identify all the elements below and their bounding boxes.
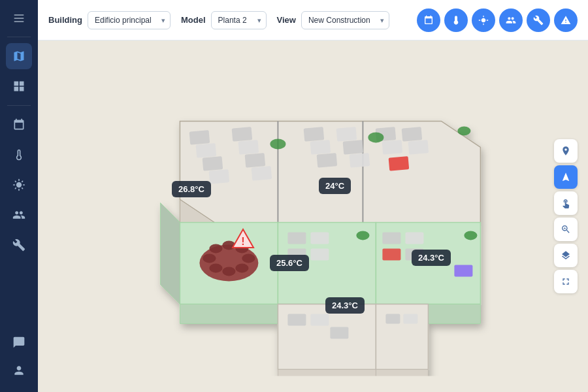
svg-rect-65 [403,314,417,323]
model-field: Model Planta 2 [181,11,267,29]
svg-rect-0 [14,14,24,16]
svg-rect-64 [385,314,400,323]
svg-rect-56 [405,232,423,244]
toolbar-calendar-button[interactable] [417,8,440,32]
sidebar-item-user[interactable] [6,357,32,384]
warning-marker: ! [231,227,255,250]
svg-rect-51 [310,232,329,244]
location-button[interactable] [554,139,578,163]
svg-point-43 [209,244,222,253]
building-select[interactable]: Edificio principal [88,11,171,29]
svg-rect-53 [310,248,329,260]
svg-rect-34 [382,140,403,155]
toolbar-alert-button[interactable] [554,8,578,32]
svg-rect-27 [304,127,325,142]
svg-marker-16 [278,369,376,376]
sidebar-bottom [6,327,32,385]
right-panel [554,139,578,293]
model-select[interactable]: Planta 2 [211,11,267,29]
svg-point-40 [457,126,470,135]
svg-rect-21 [203,156,223,171]
svg-point-46 [242,253,255,263]
floor-area[interactable]: 26.8°C 24°C 25.6°C 24.3°C 24.3°C ! [38,41,588,392]
zoom-in-button[interactable] [554,218,578,241]
toolbar-brightness-button[interactable] [472,8,495,32]
svg-rect-23 [232,127,253,142]
svg-rect-37 [408,140,429,155]
sidebar-item-layout[interactable] [6,73,32,99]
sidebar-item-calendar[interactable] [6,112,32,138]
svg-marker-9 [180,304,278,323]
sidebar-item-wrench[interactable] [6,232,32,258]
svg-rect-50 [287,232,306,244]
layers-button[interactable] [554,244,578,267]
svg-point-38 [270,139,286,149]
fullscreen-button[interactable] [554,270,578,293]
building-label: Building [48,15,82,25]
sidebar-divider-2 [7,105,31,106]
svg-rect-32 [350,153,370,168]
svg-rect-55 [382,232,400,244]
svg-rect-22 [209,169,230,184]
sidebar-item-brightness[interactable] [6,172,32,198]
svg-rect-28 [310,140,331,155]
sidebar-item-chat[interactable] [6,329,32,355]
building-field: Building Edificio principal [48,11,171,29]
svg-rect-61 [287,314,306,325]
svg-rect-25 [245,153,266,168]
building-select-wrapper[interactable]: Edificio principal [88,11,171,29]
toolbar-temperature-button[interactable] [444,8,468,32]
toolbar-people-button[interactable] [499,8,523,32]
svg-rect-36 [402,127,423,142]
svg-rect-29 [317,153,338,168]
svg-rect-59 [454,265,472,276]
svg-marker-18 [376,369,428,376]
toolbar-icon-group [417,8,578,32]
svg-rect-24 [238,140,259,155]
toolbar: Building Edificio principal Model Planta… [38,0,588,41]
svg-rect-57 [382,248,400,260]
svg-rect-19 [189,130,210,145]
svg-rect-2 [14,21,24,22]
main-content: Building Edificio principal Model Planta… [38,0,588,392]
toolbar-wrench-button[interactable] [527,8,550,32]
svg-point-49 [209,263,222,272]
view-select-wrapper[interactable]: New Construction [301,11,389,29]
svg-point-47 [235,263,248,272]
touch-button[interactable] [554,191,578,215]
svg-rect-62 [310,314,329,325]
svg-rect-30 [336,127,357,142]
svg-point-39 [368,132,384,142]
svg-point-60 [464,231,477,240]
sidebar-item-temperature[interactable] [6,142,32,168]
svg-rect-26 [252,166,272,181]
svg-point-42 [203,253,216,263]
menu-button[interactable] [7,7,31,30]
svg-marker-10 [160,203,180,304]
svg-rect-20 [196,143,217,158]
model-label: Model [181,15,206,25]
navigate-button[interactable] [554,165,578,189]
svg-rect-35 [389,156,410,171]
svg-rect-31 [343,140,364,155]
sidebar [0,0,38,392]
svg-rect-58 [405,248,423,260]
svg-rect-63 [330,327,348,338]
svg-point-48 [222,267,235,276]
floor-plan [82,69,526,376]
svg-marker-17 [376,304,428,369]
view-field: View New Construction [277,11,389,29]
view-label: View [277,15,296,25]
svg-point-54 [356,231,369,240]
svg-text:!: ! [241,236,244,247]
sidebar-item-people[interactable] [6,202,32,228]
svg-rect-52 [287,248,306,260]
sidebar-divider-1 [7,37,31,37]
model-select-wrapper[interactable]: Planta 2 [211,11,267,29]
svg-rect-1 [14,18,24,19]
view-select[interactable]: New Construction [301,11,389,29]
sidebar-item-map[interactable] [6,43,32,69]
